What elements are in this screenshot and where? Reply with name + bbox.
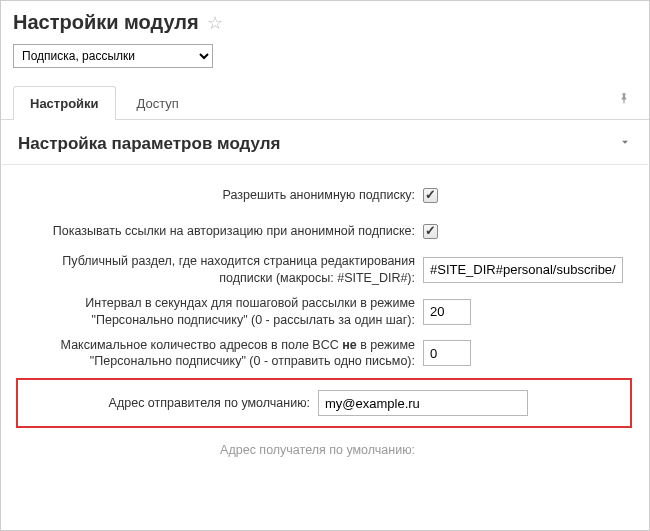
tab-access[interactable]: Доступ [120, 86, 196, 120]
label-bcc-max: Максимальное количество адресов в поле B… [18, 337, 423, 371]
checkbox-show-auth-links[interactable] [423, 224, 438, 239]
label-recipient: Адрес получателя по умолчанию: [18, 442, 423, 459]
page-title: Настройки модуля [13, 11, 199, 34]
favorite-star-icon[interactable]: ☆ [207, 14, 223, 32]
label-allow-anon: Разрешить анонимную подписку: [18, 187, 423, 204]
module-select[interactable]: Подписка, рассылки [13, 44, 213, 68]
input-public-section[interactable] [423, 257, 623, 283]
checkbox-allow-anon[interactable] [423, 188, 438, 203]
input-bcc-max[interactable] [423, 340, 471, 366]
label-show-auth-links: Показывать ссылки на авторизацию при ано… [18, 223, 423, 240]
label-sender: Адрес отправителя по умолчанию: [18, 395, 318, 412]
tab-settings[interactable]: Настройки [13, 86, 116, 120]
label-interval: Интервал в секундах для пошаговой рассыл… [18, 295, 423, 329]
pin-icon[interactable] [617, 92, 631, 109]
input-sender[interactable] [318, 390, 528, 416]
sender-row-highlight: Адрес отправителя по умолчанию: [16, 378, 632, 428]
label-public-section: Публичный раздел, где находится страница… [18, 253, 423, 287]
section-title: Настройка параметров модуля [18, 134, 281, 154]
input-interval[interactable] [423, 299, 471, 325]
collapse-icon[interactable] [618, 135, 632, 153]
